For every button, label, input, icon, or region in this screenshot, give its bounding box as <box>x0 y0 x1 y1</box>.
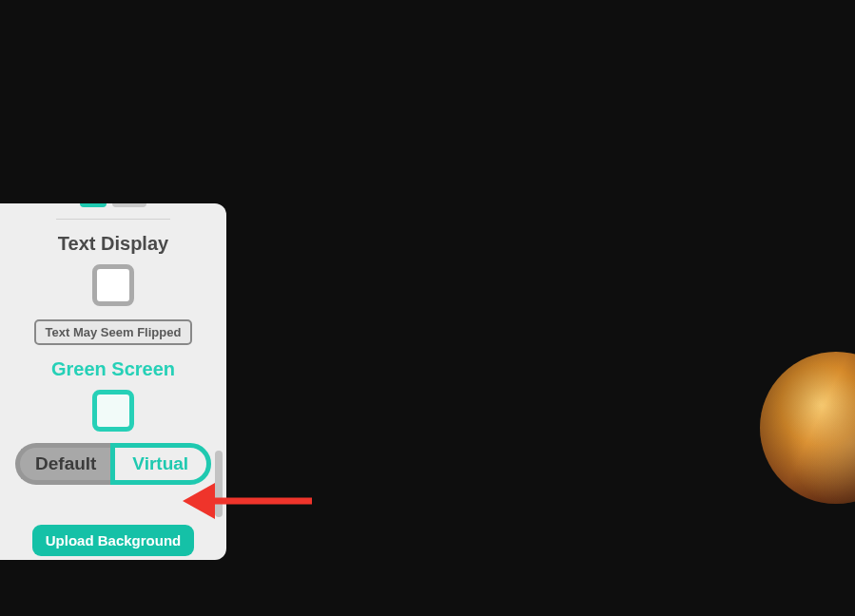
settings-panel: Text Display Text May Seem Flipped Green… <box>0 203 226 560</box>
text-display-checkbox[interactable] <box>92 264 134 306</box>
text-display-title: Text Display <box>58 233 168 255</box>
toggle-remnant <box>80 203 146 207</box>
green-screen-title: Green Screen <box>51 358 175 380</box>
avatar[interactable] <box>760 352 855 504</box>
panel-content: Text Display Text May Seem Flipped Green… <box>10 203 217 560</box>
divider <box>56 219 170 220</box>
scrollbar[interactable] <box>215 451 223 517</box>
upload-background-button[interactable]: Upload Background <box>32 525 195 556</box>
default-toggle[interactable]: Default <box>15 443 112 485</box>
green-screen-checkbox[interactable] <box>92 390 134 432</box>
virtual-toggle[interactable]: Virtual <box>110 443 212 485</box>
flipped-label: Text May Seem Flipped <box>34 319 193 345</box>
background-mode-toggle: Default Virtual <box>15 443 211 485</box>
